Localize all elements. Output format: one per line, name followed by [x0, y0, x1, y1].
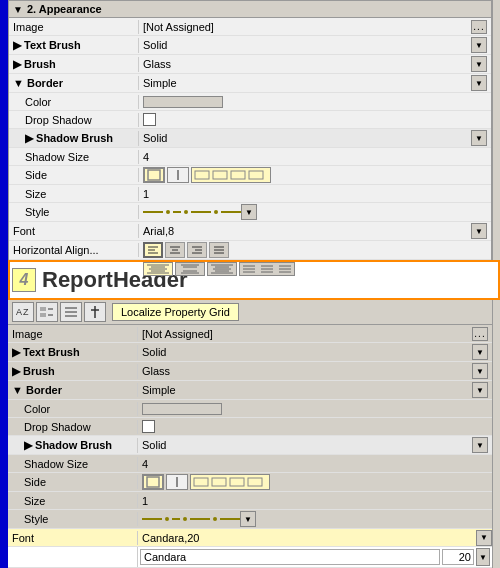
svg-rect-5 — [249, 171, 263, 179]
image-ellipsis-top[interactable]: ... — [471, 20, 487, 34]
svg-text:Z: Z — [23, 307, 29, 317]
localize-button[interactable]: Localize Property Grid — [112, 303, 239, 321]
size-value-bottom: 1 — [138, 494, 492, 508]
vert-icon-2-top[interactable] — [175, 262, 205, 276]
style-label-top: Style — [9, 205, 139, 219]
color-value-top[interactable] — [139, 95, 491, 109]
sort-cat-button[interactable] — [36, 302, 58, 322]
font-value-bottom[interactable]: Candara,20 ▼ — [138, 530, 492, 546]
shadow-brush-value-bottom[interactable]: Solid ▼ — [138, 436, 492, 454]
border-dropdown-top[interactable]: ▼ — [471, 75, 487, 91]
image-ellipsis-bottom[interactable]: ... — [472, 327, 488, 341]
font-dropdown-bottom[interactable]: ▼ — [476, 530, 492, 546]
svg-rect-57 — [230, 478, 244, 486]
shadow-brush-dropdown-bottom[interactable]: ▼ — [472, 437, 488, 453]
drop-shadow-value-bottom[interactable] — [138, 419, 492, 434]
side-icon-1-bottom[interactable] — [142, 474, 164, 490]
vert-icon-1-top[interactable] — [143, 262, 173, 276]
drop-shadow-checkbox-bottom[interactable] — [142, 420, 155, 433]
font-name-input[interactable] — [140, 549, 440, 565]
shadow-size-label-bottom: Shadow Size — [8, 457, 138, 471]
vert-icon-3-top[interactable] — [207, 262, 237, 276]
border-value-top[interactable]: Simple ▼ — [139, 74, 491, 92]
style-value-top[interactable]: ▼ — [139, 203, 491, 221]
brush-dropdown-top[interactable]: ▼ — [471, 56, 487, 72]
side-icon-2-bottom[interactable] — [166, 474, 188, 490]
scrollbar-bottom[interactable] — [492, 300, 500, 568]
scrollbar-top[interactable] — [492, 0, 500, 260]
style-preview-bottom — [142, 517, 240, 521]
image-value-bottom[interactable]: [Not Assigned] ... — [138, 326, 492, 342]
side-icon-1-top[interactable] — [143, 167, 165, 183]
align-center-top[interactable] — [165, 242, 185, 258]
pin-button[interactable] — [84, 302, 106, 322]
font-value-top[interactable]: Arial,8 ▼ — [139, 222, 491, 240]
brush-dropdown-bottom[interactable]: ▼ — [472, 363, 488, 379]
image-text-top: [Not Assigned] — [143, 21, 471, 33]
text-brush-dropdown-top[interactable]: ▼ — [471, 37, 487, 53]
section-title-top: 2. Appearance — [27, 3, 102, 15]
image-value-top[interactable]: [Not Assigned] ... — [139, 19, 491, 35]
shadow-brush-label-bottom: ▶ Shadow Brush — [8, 438, 138, 453]
align-left-top[interactable] — [143, 242, 163, 258]
side-value-bottom[interactable] — [138, 473, 492, 491]
border-row-bottom: ▼ Border Simple ▼ — [8, 381, 492, 400]
list-view-button[interactable] — [60, 302, 82, 322]
color-swatch-top[interactable] — [143, 96, 223, 108]
style-dropdown-top[interactable]: ▼ — [241, 204, 257, 220]
left-blue-bar-band — [0, 260, 8, 300]
text-brush-text-bottom: Solid — [142, 346, 472, 358]
font-size-dropdown[interactable]: ▼ — [476, 548, 490, 566]
sort-alpha-button[interactable]: A Z — [12, 302, 34, 322]
drop-shadow-checkbox-top[interactable] — [143, 113, 156, 126]
border-dropdown-bottom[interactable]: ▼ — [472, 382, 488, 398]
svg-rect-4 — [231, 171, 245, 179]
shadow-brush-label-top: ▶ Shadow Brush — [9, 131, 139, 146]
side-icon-group-bottom[interactable] — [190, 474, 270, 490]
horiz-align-row-top: Horizontal Align... — [9, 241, 491, 260]
side-value-top[interactable] — [139, 166, 491, 184]
shadow-brush-value-top[interactable]: Solid ▼ — [139, 129, 491, 147]
font-row-top: Font Arial,8 ▼ — [9, 222, 491, 241]
text-brush-value-top[interactable]: Solid ▼ — [139, 36, 491, 54]
shadow-brush-dropdown-top[interactable]: ▼ — [471, 130, 487, 146]
vert-icon-4-top[interactable] — [239, 262, 295, 276]
shadow-brush-row-bottom: ▶ Shadow Brush Solid ▼ — [8, 436, 492, 455]
svg-rect-53 — [147, 477, 159, 487]
text-brush-value-bottom[interactable]: Solid ▼ — [138, 343, 492, 361]
font-dropdown-top[interactable]: ▼ — [471, 223, 487, 239]
svg-rect-58 — [248, 478, 262, 486]
appearance-section-header: ▼ 2. Appearance — [9, 1, 491, 18]
brush-label-bottom: ▶ Brush — [8, 364, 138, 379]
image-label-bottom: Image — [8, 327, 138, 341]
brush-value-top[interactable]: Glass ▼ — [139, 55, 491, 73]
image-text-bottom: [Not Assigned] — [142, 328, 472, 340]
brush-value-bottom[interactable]: Glass ▼ — [138, 362, 492, 380]
bottom-section: 4 ReportHeader A Z — [0, 260, 500, 568]
side-icon-group-top[interactable] — [191, 167, 271, 183]
side-icon-2-top[interactable] — [167, 167, 189, 183]
vert-align-value-top[interactable] — [139, 261, 491, 277]
shadow-size-text-bottom: 4 — [142, 458, 488, 470]
bottom-grid-container: A Z — [0, 300, 500, 568]
border-label-top: ▼ Border — [9, 76, 139, 90]
expand-icon[interactable]: ▼ — [13, 4, 23, 15]
size-value-top: 1 — [139, 187, 491, 201]
text-brush-dropdown-bottom[interactable]: ▼ — [472, 344, 488, 360]
svg-rect-46 — [40, 313, 46, 317]
style-dropdown-bottom[interactable]: ▼ — [240, 511, 256, 527]
property-grid-top: ▼ 2. Appearance Image [Not Assigned] ...… — [8, 0, 492, 260]
font-size-input[interactable] — [442, 549, 474, 565]
color-swatch-bottom[interactable] — [142, 403, 222, 415]
side-row-top: Side — [9, 166, 491, 185]
size-row-bottom: Size 1 — [8, 492, 492, 510]
left-blue-bar-bottom — [0, 300, 8, 568]
color-value-bottom[interactable] — [138, 402, 492, 416]
align-justify-top[interactable] — [209, 242, 229, 258]
horiz-align-value-top[interactable] — [139, 241, 491, 259]
drop-shadow-value-top[interactable] — [139, 112, 491, 127]
style-value-bottom[interactable]: ▼ — [138, 510, 492, 528]
border-value-bottom[interactable]: Simple ▼ — [138, 381, 492, 399]
align-right-top[interactable] — [187, 242, 207, 258]
horiz-align-label-top: Horizontal Align... — [9, 243, 139, 257]
